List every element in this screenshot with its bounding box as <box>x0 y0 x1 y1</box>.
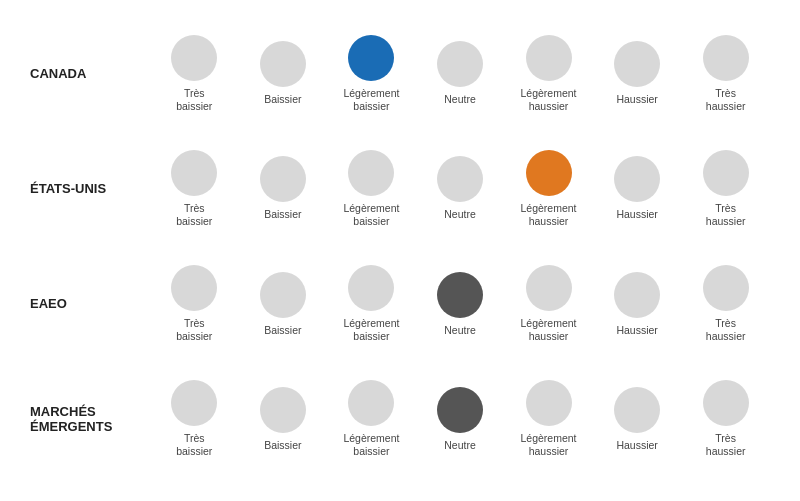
row-group-marches-emergents: MARCHÉS ÉMERGENTSTrèsbaissierBaissierLég… <box>30 380 770 458</box>
circle-label-marches-emergents-legerement-baissier: Légèrementbaissier <box>343 432 399 458</box>
circle-label-eaeo-tres-baissier: Trèsbaissier <box>176 317 212 343</box>
circle-col-marches-emergents-baissier: Baissier <box>243 387 323 452</box>
circle-col-etats-unis-baissier: Baissier <box>243 156 323 221</box>
circle-label-etats-unis-haussier: Haussier <box>616 208 657 221</box>
circle-col-marches-emergents-legerement-baissier: Légèrementbaissier <box>331 380 411 458</box>
circle-etats-unis-tres-baissier <box>171 150 217 196</box>
circle-col-canada-neutre: Neutre <box>420 41 500 106</box>
circle-label-eaeo-neutre: Neutre <box>444 324 476 337</box>
circle-label-etats-unis-baissier: Baissier <box>264 208 301 221</box>
circle-label-etats-unis-legerement-baissier: Légèrementbaissier <box>343 202 399 228</box>
circle-label-etats-unis-tres-baissier: Trèsbaissier <box>176 202 212 228</box>
circle-marches-emergents-haussier <box>614 387 660 433</box>
row-label-eaeo: EAEO <box>30 296 150 312</box>
circle-etats-unis-baissier <box>260 156 306 202</box>
circle-marches-emergents-legerement-haussier <box>526 380 572 426</box>
row-label-etats-unis: ÉTATS-UNIS <box>30 181 150 197</box>
row-label-marches-emergents: MARCHÉS ÉMERGENTS <box>30 404 150 435</box>
circle-eaeo-neutre <box>437 272 483 318</box>
circle-label-canada-haussier: Haussier <box>616 93 657 106</box>
circles-wrap-marches-emergents: TrèsbaissierBaissierLégèrementbaissierNe… <box>150 380 770 458</box>
circle-col-marches-emergents-haussier: Haussier <box>597 387 677 452</box>
circle-marches-emergents-neutre <box>437 387 483 433</box>
circle-canada-baissier <box>260 41 306 87</box>
circle-marches-emergents-tres-haussier <box>703 380 749 426</box>
circle-label-marches-emergents-tres-haussier: Trèshaussier <box>706 432 746 458</box>
circles-row-canada: CANADATrèsbaissierBaissierLégèrementbais… <box>30 35 770 113</box>
circle-eaeo-legerement-baissier <box>348 265 394 311</box>
circle-eaeo-baissier <box>260 272 306 318</box>
circle-etats-unis-haussier <box>614 156 660 202</box>
circle-col-marches-emergents-legerement-haussier: Légèrementhaussier <box>509 380 589 458</box>
circle-col-etats-unis-tres-baissier: Trèsbaissier <box>154 150 234 228</box>
circle-canada-tres-haussier <box>703 35 749 81</box>
circle-col-canada-haussier: Haussier <box>597 41 677 106</box>
circle-col-canada-tres-baissier: Trèsbaissier <box>154 35 234 113</box>
circle-col-canada-legerement-baissier: Légèrementbaissier <box>331 35 411 113</box>
circle-eaeo-legerement-haussier <box>526 265 572 311</box>
circle-col-marches-emergents-neutre: Neutre <box>420 387 500 452</box>
circle-label-marches-emergents-legerement-haussier: Légèrementhaussier <box>521 432 577 458</box>
circle-marches-emergents-legerement-baissier <box>348 380 394 426</box>
circles-wrap-etats-unis: TrèsbaissierBaissierLégèrementbaissierNe… <box>150 150 770 228</box>
circle-col-canada-baissier: Baissier <box>243 41 323 106</box>
circles-wrap-eaeo: TrèsbaissierBaissierLégèrementbaissierNe… <box>150 265 770 343</box>
circle-col-eaeo-tres-baissier: Trèsbaissier <box>154 265 234 343</box>
circle-label-marches-emergents-haussier: Haussier <box>616 439 657 452</box>
circle-marches-emergents-baissier <box>260 387 306 433</box>
circle-col-eaeo-legerement-baissier: Légèrementbaissier <box>331 265 411 343</box>
circle-label-marches-emergents-tres-baissier: Trèsbaissier <box>176 432 212 458</box>
circle-label-eaeo-tres-haussier: Trèshaussier <box>706 317 746 343</box>
circle-col-etats-unis-haussier: Haussier <box>597 156 677 221</box>
circles-row-etats-unis: ÉTATS-UNISTrèsbaissierBaissierLégèrement… <box>30 150 770 228</box>
circle-col-etats-unis-neutre: Neutre <box>420 156 500 221</box>
circle-label-canada-tres-baissier: Trèsbaissier <box>176 87 212 113</box>
circle-eaeo-tres-baissier <box>171 265 217 311</box>
circle-etats-unis-neutre <box>437 156 483 202</box>
circles-row-marches-emergents: MARCHÉS ÉMERGENTSTrèsbaissierBaissierLég… <box>30 380 770 458</box>
circle-col-eaeo-neutre: Neutre <box>420 272 500 337</box>
circle-label-etats-unis-neutre: Neutre <box>444 208 476 221</box>
row-group-eaeo: EAEOTrèsbaissierBaissierLégèrementbaissi… <box>30 265 770 343</box>
circle-eaeo-haussier <box>614 272 660 318</box>
row-group-canada: CANADATrèsbaissierBaissierLégèrementbais… <box>30 35 770 113</box>
circle-label-canada-baissier: Baissier <box>264 93 301 106</box>
circle-label-etats-unis-legerement-haussier: Légèrementhaussier <box>521 202 577 228</box>
circle-label-eaeo-haussier: Haussier <box>616 324 657 337</box>
circle-canada-tres-baissier <box>171 35 217 81</box>
circles-wrap-canada: TrèsbaissierBaissierLégèrementbaissierNe… <box>150 35 770 113</box>
circle-col-eaeo-tres-haussier: Trèshaussier <box>686 265 766 343</box>
circle-etats-unis-legerement-baissier <box>348 150 394 196</box>
circle-col-etats-unis-legerement-baissier: Légèrementbaissier <box>331 150 411 228</box>
circles-row-eaeo: EAEOTrèsbaissierBaissierLégèrementbaissi… <box>30 265 770 343</box>
circle-etats-unis-legerement-haussier <box>526 150 572 196</box>
circle-label-eaeo-legerement-baissier: Légèrementbaissier <box>343 317 399 343</box>
circle-canada-legerement-baissier <box>348 35 394 81</box>
circle-label-eaeo-legerement-haussier: Légèrementhaussier <box>521 317 577 343</box>
circle-label-canada-neutre: Neutre <box>444 93 476 106</box>
row-label-canada: CANADA <box>30 66 150 82</box>
circle-label-canada-tres-haussier: Trèshaussier <box>706 87 746 113</box>
circle-col-canada-legerement-haussier: Légèrementhaussier <box>509 35 589 113</box>
circle-canada-legerement-haussier <box>526 35 572 81</box>
circle-label-marches-emergents-baissier: Baissier <box>264 439 301 452</box>
circle-marches-emergents-tres-baissier <box>171 380 217 426</box>
circle-etats-unis-tres-haussier <box>703 150 749 196</box>
circle-canada-haussier <box>614 41 660 87</box>
circle-col-eaeo-haussier: Haussier <box>597 272 677 337</box>
circle-label-etats-unis-tres-haussier: Trèshaussier <box>706 202 746 228</box>
circle-canada-neutre <box>437 41 483 87</box>
chart-container: CANADATrèsbaissierBaissierLégèrementbais… <box>0 0 800 501</box>
circle-col-etats-unis-legerement-haussier: Légèrementhaussier <box>509 150 589 228</box>
circle-label-canada-legerement-haussier: Légèrementhaussier <box>521 87 577 113</box>
circle-col-eaeo-legerement-haussier: Légèrementhaussier <box>509 265 589 343</box>
circle-col-marches-emergents-tres-baissier: Trèsbaissier <box>154 380 234 458</box>
circle-col-canada-tres-haussier: Trèshaussier <box>686 35 766 113</box>
circle-label-eaeo-baissier: Baissier <box>264 324 301 337</box>
circle-col-eaeo-baissier: Baissier <box>243 272 323 337</box>
circle-label-canada-legerement-baissier: Légèrementbaissier <box>343 87 399 113</box>
row-group-etats-unis: ÉTATS-UNISTrèsbaissierBaissierLégèrement… <box>30 150 770 228</box>
circle-label-marches-emergents-neutre: Neutre <box>444 439 476 452</box>
circle-col-etats-unis-tres-haussier: Trèshaussier <box>686 150 766 228</box>
circle-col-marches-emergents-tres-haussier: Trèshaussier <box>686 380 766 458</box>
